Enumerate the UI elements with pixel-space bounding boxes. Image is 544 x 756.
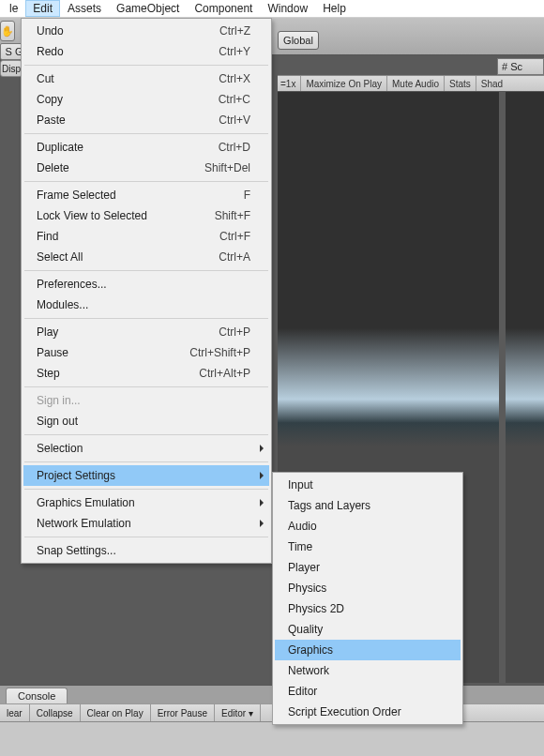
menu-item-select-all[interactable]: Select AllCtrl+A	[23, 247, 269, 267]
menu-item-shortcut: Ctrl+X	[219, 72, 250, 85]
menu-item-copy[interactable]: CopyCtrl+C	[23, 89, 269, 110]
menu-item-label: Physics	[288, 582, 326, 595]
console-btn-error-pause[interactable]: Error Pause	[151, 704, 215, 721]
menu-item-label: Graphics	[288, 643, 333, 657]
menu-separator	[24, 386, 268, 387]
console-btn-clear-on-play[interactable]: Clear on Play	[81, 704, 151, 721]
submenu-item-graphics[interactable]: Graphics	[275, 640, 461, 660]
submenu-item-input[interactable]: Input	[275, 475, 461, 495]
menu-item-undo[interactable]: UndoCtrl+Z	[23, 21, 269, 41]
console-btn-collapse[interactable]: Collapse	[30, 704, 81, 721]
menu-item-shortcut: F	[244, 189, 250, 202]
menu-item-duplicate[interactable]: DuplicateCtrl+D	[23, 137, 269, 158]
mute-audio-toggle[interactable]: Mute Audio	[387, 76, 445, 91]
menu-item-label: Play	[37, 325, 58, 339]
menu-item-snap-settings[interactable]: Snap Settings...	[23, 540, 269, 561]
menu-item-label: Time	[288, 540, 312, 553]
menu-separator	[24, 434, 268, 435]
menubar: leEditAssetsGameObjectComponentWindowHel…	[0, 0, 544, 18]
menubar-item-assets[interactable]: Assets	[60, 0, 109, 17]
menubar-item-edit[interactable]: Edit	[25, 0, 60, 17]
submenu-item-editor[interactable]: Editor	[275, 681, 461, 702]
scene-viewport[interactable]	[506, 92, 544, 683]
hand-tool-button[interactable]: ✋	[0, 21, 15, 41]
scene-tab[interactable]: # Sc	[497, 58, 544, 75]
menu-item-step[interactable]: StepCtrl+Alt+P	[23, 363, 269, 384]
menu-item-play[interactable]: PlayCtrl+P	[23, 322, 269, 342]
menu-item-label: Editor	[288, 685, 317, 698]
menu-item-label: Pause	[37, 346, 68, 359]
menu-item-shortcut: Ctrl+P	[219, 325, 250, 339]
menu-item-label: Selection	[37, 442, 83, 455]
console-btn-lear[interactable]: lear	[0, 704, 30, 721]
submenu-item-tags-and-layers[interactable]: Tags and Layers	[275, 495, 461, 516]
menu-item-modules[interactable]: Modules...	[23, 295, 269, 315]
submenu-item-quality[interactable]: Quality	[275, 619, 461, 640]
scene-tab-label: # Sc	[502, 61, 522, 72]
menu-item-project-settings[interactable]: Project Settings	[23, 465, 269, 486]
chevron-right-icon	[260, 499, 264, 507]
chevron-right-icon	[260, 520, 264, 527]
menu-item-sign-out[interactable]: Sign out	[23, 411, 269, 431]
menu-separator	[24, 537, 268, 537]
console-tab[interactable]: Console	[6, 688, 68, 704]
menu-item-label: Network	[288, 664, 329, 677]
submenu-item-physics-2d[interactable]: Physics 2D	[275, 598, 461, 619]
menubar-item-component[interactable]: Component	[187, 0, 260, 17]
menu-item-preferences[interactable]: Preferences...	[23, 274, 269, 295]
menubar-item-window[interactable]: Window	[260, 0, 315, 17]
menu-item-find[interactable]: FindCtrl+F	[23, 226, 269, 247]
menu-item-pause[interactable]: PauseCtrl+Shift+P	[23, 342, 269, 363]
menu-item-shortcut: Ctrl+Z	[219, 24, 250, 38]
menu-item-label: Physics 2D	[288, 602, 344, 615]
menu-separator	[24, 489, 268, 490]
submenu-item-audio[interactable]: Audio	[275, 516, 461, 537]
menu-item-label: Graphics Emulation	[37, 496, 135, 509]
menu-item-shortcut: Ctrl+V	[219, 113, 250, 127]
menu-item-selection[interactable]: Selection	[23, 438, 269, 459]
submenu-item-time[interactable]: Time	[275, 537, 461, 557]
console-body	[0, 722, 544, 756]
menu-item-graphics-emulation[interactable]: Graphics Emulation	[23, 492, 269, 513]
menu-item-cut[interactable]: CutCtrl+X	[23, 68, 269, 89]
menu-separator	[24, 461, 268, 462]
edit-menu: UndoCtrl+ZRedoCtrl+YCutCtrl+XCopyCtrl+CP…	[21, 18, 272, 564]
display-dropdown[interactable]: Disp	[0, 60, 23, 77]
menu-separator	[24, 65, 268, 66]
menu-item-label: Tags and Layers	[288, 499, 370, 512]
menu-item-network-emulation[interactable]: Network Emulation	[23, 513, 269, 534]
hand-icon: ✋	[1, 25, 14, 38]
menu-item-shortcut: Ctrl+Y	[219, 45, 250, 58]
menu-item-label: Modules...	[37, 298, 88, 311]
menu-item-label: Duplicate	[37, 141, 83, 154]
chevron-right-icon	[260, 445, 264, 452]
scale-indicator[interactable]: = 1x	[278, 76, 301, 91]
menu-item-paste[interactable]: PasteCtrl+V	[23, 110, 269, 130]
submenu-item-player[interactable]: Player	[275, 557, 461, 578]
submenu-item-network[interactable]: Network	[275, 660, 461, 681]
menu-item-delete[interactable]: DeleteShift+Del	[23, 158, 269, 178]
global-toggle[interactable]: Global	[278, 31, 319, 50]
menu-item-label: Project Settings	[37, 469, 115, 482]
menubar-item-gameobject[interactable]: GameObject	[109, 0, 187, 17]
menu-item-shortcut: Ctrl+D	[219, 141, 250, 154]
menubar-item-le[interactable]: le	[2, 0, 25, 17]
submenu-item-physics[interactable]: Physics	[275, 578, 461, 598]
menu-item-lock-view-to-selected[interactable]: Lock View to SelectedShift+F	[23, 205, 269, 226]
console-btn-editor[interactable]: Editor ▾	[215, 704, 261, 721]
menu-item-label: Lock View to Selected	[37, 209, 147, 222]
menu-item-label: Find	[37, 230, 58, 243]
stats-toggle[interactable]: Stats	[445, 76, 476, 91]
menu-separator	[24, 181, 268, 182]
maximize-on-play-toggle[interactable]: Maximize On Play	[301, 76, 387, 91]
menu-item-label: Player	[288, 561, 320, 574]
menubar-item-help[interactable]: Help	[315, 0, 354, 17]
menu-item-frame-selected[interactable]: Frame SelectedF	[23, 185, 269, 205]
menu-item-label: Preferences...	[37, 278, 107, 291]
shaded-dropdown[interactable]: Shad	[476, 76, 507, 91]
submenu-item-script-execution-order[interactable]: Script Execution Order	[275, 702, 461, 722]
menu-item-sign-in: Sign in...	[23, 390, 269, 411]
menu-item-label: Frame Selected	[37, 189, 116, 202]
menu-item-redo[interactable]: RedoCtrl+Y	[23, 41, 269, 62]
menu-item-label: Copy	[37, 93, 63, 106]
